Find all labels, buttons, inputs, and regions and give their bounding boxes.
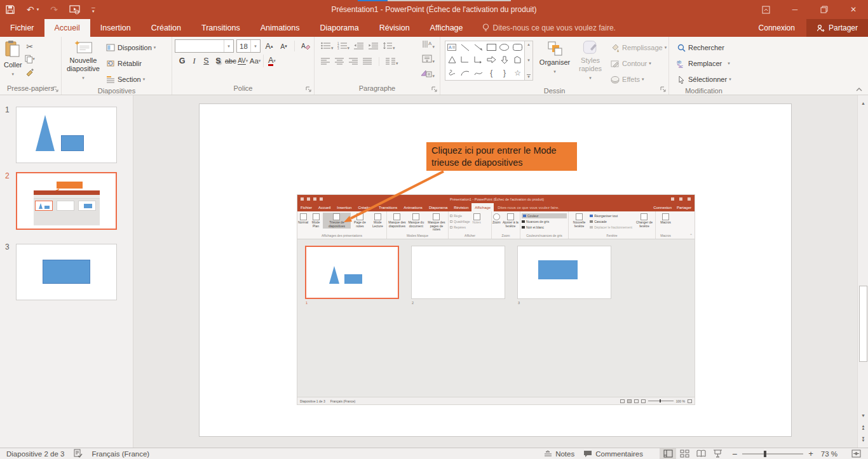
new-slide-button[interactable]: Nouvelle diapositive ▾ — [63, 39, 104, 83]
shape-effects-button[interactable]: Effets ▾ — [608, 72, 668, 86]
underline-button[interactable]: S — [200, 55, 212, 68]
clear-formatting-button[interactable]: A — [299, 39, 311, 53]
numbering-button[interactable]: 123▾ — [337, 41, 350, 52]
text-shadow-button[interactable]: S — [212, 55, 224, 68]
shape-gallery-scroll[interactable]: ▲▼▼ — [525, 41, 533, 81]
font-name-combobox[interactable]: ▾ — [175, 39, 234, 53]
nested-gridlines-checkbox[interactable]: Quadrillage — [450, 219, 470, 224]
tab-accueil[interactable]: Accueil — [44, 19, 90, 37]
nested-notes-button[interactable]: Notes — [472, 213, 482, 225]
nested-notes-master-button[interactable]: Masque des pages de notes — [425, 213, 448, 232]
tab-revision[interactable]: Révision — [369, 19, 420, 37]
slide-indicator[interactable]: Diapositive 2 de 3 — [0, 450, 64, 458]
nested-slide-2[interactable] — [411, 246, 505, 299]
tell-me-box[interactable]: Dites-nous ce que vous voulez faire. — [473, 19, 616, 37]
nested-zoom-level[interactable]: 100 % — [676, 399, 685, 403]
nested-sorter-view-icon[interactable] — [627, 399, 632, 403]
drawing-dialog-launcher[interactable] — [660, 86, 667, 93]
arrange-button[interactable]: Organiser▾ — [537, 39, 573, 83]
decrease-font-size-button[interactable]: A▾ — [278, 39, 290, 53]
nested-handout-master-button[interactable]: Masque du document — [407, 213, 425, 229]
restore-button[interactable] — [810, 0, 839, 19]
section-button[interactable]: Section ▾ — [104, 72, 158, 86]
nested-cascade-button[interactable]: Cascade — [590, 219, 632, 224]
nested-outline-button[interactable]: Mode Plan — [309, 213, 323, 229]
nested-reading-view-icon[interactable] — [634, 399, 639, 403]
tab-creation[interactable]: Création — [141, 19, 191, 37]
nested-color-button[interactable]: Couleur — [522, 213, 567, 218]
zoom-slider-thumb[interactable] — [764, 451, 766, 457]
shape-gallery[interactable]: A { — [445, 41, 525, 81]
format-painter-icon[interactable] — [25, 67, 35, 77]
nested-switch-window-button[interactable]: Changer de fenêtre — [634, 213, 655, 229]
normal-view-button[interactable] — [660, 448, 676, 459]
scroll-up-button[interactable]: ▲ — [858, 98, 868, 108]
vertical-scrollbar[interactable]: ▲ ▼ ▲▲ ▼▼ — [857, 95, 868, 448]
zoom-out-button[interactable]: − — [732, 449, 737, 459]
scrollbar-thumb[interactable] — [859, 286, 867, 362]
slide-thumbnail-3[interactable] — [16, 244, 117, 300]
previous-slide-button[interactable]: ▲▲ — [858, 422, 868, 432]
nested-connexion-button[interactable]: Connexion — [653, 206, 672, 210]
reset-button[interactable]: Rétablir — [104, 57, 158, 70]
slide-thumbnail-1[interactable] — [16, 107, 117, 163]
nested-tab-transitions[interactable]: Transitions — [376, 203, 400, 211]
tab-fichier[interactable]: Fichier — [0, 19, 44, 37]
notes-button[interactable]: Notes — [544, 450, 574, 458]
find-button[interactable]: Rechercher — [674, 41, 737, 55]
nested-slide-master-button[interactable]: Masque des diapositives — [387, 213, 407, 229]
increase-indent-button[interactable] — [368, 41, 379, 52]
character-spacing-button[interactable]: AV▾ — [237, 55, 249, 68]
slideshow-view-button[interactable] — [709, 448, 726, 459]
align-text-button[interactable]: ▾ — [422, 54, 435, 65]
tab-insertion[interactable]: Insertion — [90, 19, 141, 37]
line-spacing-button[interactable]: ▾ — [383, 41, 395, 52]
tab-diaporama[interactable]: Diaporama — [310, 19, 369, 37]
slide-sorter-view-button[interactable] — [676, 448, 693, 459]
spellcheck-icon[interactable] — [73, 449, 83, 459]
tab-affichage[interactable]: Affichage — [420, 19, 473, 37]
italic-button[interactable]: I — [188, 55, 200, 68]
nested-arrange-all-button[interactable]: Réorganiser tout — [590, 213, 632, 218]
nested-new-window-button[interactable]: Nouvelle fenêtre — [570, 213, 588, 229]
cut-icon[interactable]: ✂ — [25, 41, 35, 51]
decrease-indent-button[interactable] — [353, 41, 364, 52]
bold-button[interactable]: G — [176, 55, 188, 68]
callout-box[interactable]: Cliquez ici pour entrer le Mode trieuse … — [426, 142, 577, 171]
nested-notes-page-button[interactable]: Page de notes — [351, 213, 369, 229]
nested-slide-1[interactable] — [305, 246, 399, 299]
slide-thumbnail-2[interactable] — [16, 172, 117, 230]
nested-tab-diaporama[interactable]: Diaporama — [426, 203, 451, 211]
shape-fill-button[interactable]: Remplissage ▾ — [608, 41, 668, 55]
nested-ruler-checkbox[interactable]: Règle — [450, 213, 470, 218]
increase-font-size-button[interactable]: A▴ — [263, 39, 275, 53]
zoom-slider[interactable] — [742, 453, 803, 455]
nested-normal-view-icon[interactable] — [620, 399, 625, 403]
strikethrough-button[interactable]: abc — [224, 55, 237, 68]
nested-tab-creation[interactable]: Création — [355, 203, 376, 211]
nested-tab-affichage[interactable]: Affichage — [471, 203, 494, 211]
zoom-in-button[interactable]: + — [808, 449, 813, 458]
align-right-button[interactable] — [349, 56, 358, 67]
nested-tab-revision[interactable]: Révision — [451, 203, 471, 211]
layout-button[interactable]: Disposition ▾ — [104, 41, 158, 55]
next-slide-button[interactable]: ▼▼ — [858, 434, 868, 444]
slide-canvas[interactable]: Cliquez ici pour entrer le Mode trieuse … — [199, 103, 792, 437]
nested-black-white-button[interactable]: Noir et blanc — [522, 225, 567, 230]
nested-slide-3[interactable] — [517, 246, 611, 299]
comments-button[interactable]: Commentaires — [583, 450, 643, 458]
zoom-level[interactable]: 73 % — [821, 450, 837, 458]
nested-guides-checkbox[interactable]: Repères — [450, 225, 470, 230]
nested-slideshow-view-icon[interactable] — [641, 399, 646, 403]
columns-button[interactable]: ▾ — [386, 56, 398, 67]
shape-outline-button[interactable]: Contour ▾ — [608, 57, 668, 70]
partager-button[interactable]: Partager — [806, 19, 868, 37]
ribbon-display-options-icon[interactable] — [751, 0, 780, 19]
minimize-button[interactable]: ─ — [780, 0, 810, 19]
nested-tell-me-box[interactable]: Dites-nous ce que vous voulez faire. — [494, 203, 559, 211]
connexion-button[interactable]: Connexion — [747, 19, 806, 37]
nested-fit-slide-icon[interactable] — [688, 399, 692, 403]
paste-button[interactable]: Coller▾ — [1, 39, 25, 83]
bullets-button[interactable]: ▾ — [321, 41, 334, 52]
quick-styles-button[interactable]: Styles rapides ▾ — [576, 39, 604, 83]
